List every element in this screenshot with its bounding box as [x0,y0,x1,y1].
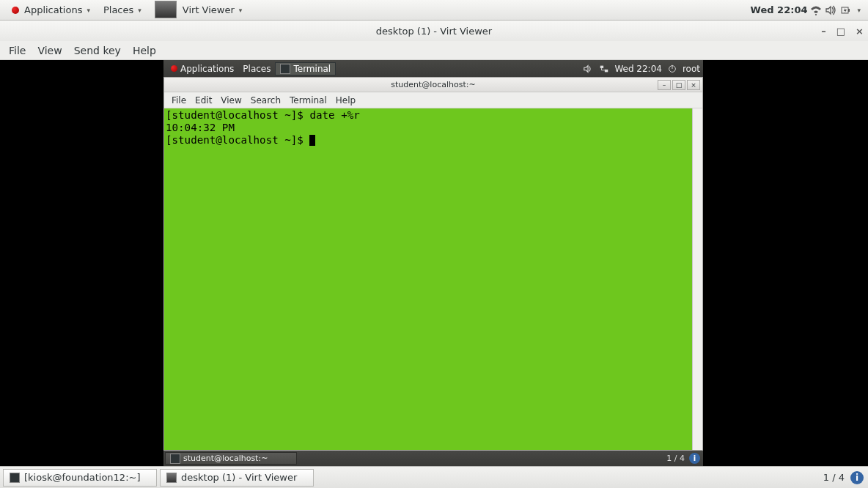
menu-help[interactable]: Help [127,42,162,59]
terminal-icon [170,454,180,464]
task-label: student@localhost:~ [183,454,268,463]
info-icon[interactable]: i [850,471,864,484]
host-bottom-panel: [kiosk@foundation12:~] desktop (1) - Vir… [0,466,868,488]
terminal-titlebar[interactable]: student@localhost:~ – □ × [164,78,702,92]
terminal-menu-view[interactable]: View [216,94,246,107]
guest-clock[interactable]: Wed 22:04 [614,64,662,74]
guest-taskbar-item-terminal[interactable]: student@localhost:~ [165,452,297,465]
network-icon[interactable] [598,63,610,75]
terminal-menu-edit[interactable]: Edit [191,94,216,107]
terminal-body[interactable]: [student@localhost ~]$ date +%r 10:04:32… [164,108,702,450]
virt-viewer-menubar: File View Send key Help [0,41,868,60]
terminal-maximize-button[interactable]: □ [672,80,685,90]
host-places-menu[interactable]: Places ▾ [98,2,147,18]
menu-view[interactable]: View [32,42,67,59]
guest-user-label[interactable]: root [683,64,700,74]
menu-label: Terminal [293,64,331,74]
prompt: [student@localhost ~]$ [166,109,309,121]
task-label: [kiosk@foundation12:~] [24,472,140,483]
terminal-title-text: student@localhost:~ [391,80,475,89]
volume-icon[interactable] [582,63,594,75]
power-icon[interactable] [666,63,678,75]
svg-rect-2 [600,65,603,68]
host-taskbar-item-virtviewer[interactable]: desktop (1) - Virt Viewer [160,469,314,487]
chevron-down-icon: ▾ [239,7,243,14]
terminal-menubar: File Edit View Search Terminal Help [164,92,702,108]
command-text: date +%r [309,109,359,121]
virt-viewer-titlebar[interactable]: desktop (1) - Virt Viewer – □ × [0,21,868,41]
maximize-button[interactable]: □ [836,26,845,37]
host-top-panel: Applications ▾ Places ▾ Virt Viewer ▾ We… [0,0,868,21]
terminal-window: student@localhost:~ – □ × File Edit View… [163,77,703,451]
guest-desktop: Applications Places Terminal Wed 22:04 [163,60,703,466]
wifi-icon[interactable] [810,4,822,16]
fedora-icon [10,4,21,16]
host-workspace-indicator[interactable]: 1 / 4 [823,472,845,483]
host-applications-menu[interactable]: Applications ▾ [4,2,95,18]
volume-icon[interactable] [825,4,836,16]
menu-label: Applications [180,64,234,74]
fedora-icon [171,65,177,72]
terminal-icon [280,64,290,74]
guest-top-panel: Applications Places Terminal Wed 22:04 [163,60,703,77]
guest-places-menu[interactable]: Places [238,62,275,75]
close-button[interactable]: × [856,26,864,37]
terminal-menu-terminal[interactable]: Terminal [285,94,331,107]
prompt: [student@localhost ~]$ [166,134,309,146]
guest-workspace-indicator[interactable]: 1 / 4 [666,454,685,463]
terminal-icon [10,473,20,483]
battery-icon[interactable] [839,4,851,16]
svg-rect-1 [848,9,850,12]
virt-viewer-icon [166,473,177,483]
minimize-button[interactable]: – [821,26,826,37]
terminal-menu-help[interactable]: Help [331,94,360,107]
guest-applications-menu[interactable]: Applications [166,62,238,75]
chevron-down-icon: ▾ [87,7,90,14]
terminal-menu-file[interactable]: File [167,94,191,107]
menu-label: Applications [24,4,82,15]
chevron-down-icon: ▾ [138,7,141,14]
output-line: 10:04:32 PM [166,122,235,133]
menu-sendkey[interactable]: Send key [68,42,127,59]
menu-label: Virt Viewer [183,4,235,15]
guest-app-menu[interactable]: Terminal [275,62,336,75]
host-app-menu[interactable]: Virt Viewer ▾ [150,0,248,21]
menu-label: Places [103,4,133,15]
cursor [309,135,315,146]
info-icon[interactable]: i [689,453,700,464]
menu-label: Places [243,64,271,74]
terminal-scrollbar[interactable] [692,108,702,450]
vm-display[interactable]: Applications Places Terminal Wed 22:04 [0,60,868,466]
host-taskbar-item-terminal[interactable]: [kiosk@foundation12:~] [3,469,157,487]
terminal-close-button[interactable]: × [687,80,700,90]
menu-file[interactable]: File [3,42,32,59]
task-label: desktop (1) - Virt Viewer [181,472,297,483]
chevron-down-icon[interactable]: ▾ [857,7,861,14]
host-clock[interactable]: Wed 22:04 [751,4,808,15]
virt-viewer-icon [155,1,177,18]
window-title: desktop (1) - Virt Viewer [376,26,492,37]
terminal-menu-search[interactable]: Search [246,94,285,107]
terminal-minimize-button[interactable]: – [658,80,671,90]
guest-bottom-panel: student@localhost:~ 1 / 4 i [163,451,703,466]
